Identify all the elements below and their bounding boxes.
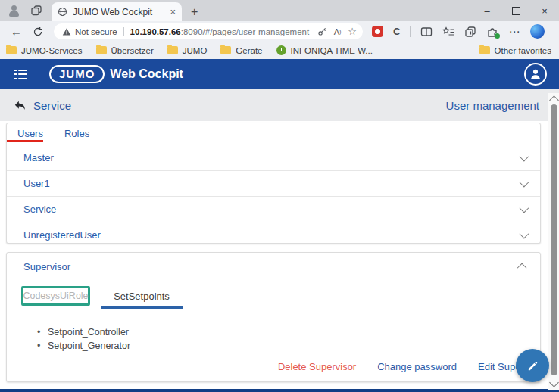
app-header: JUMO Web Cockpit xyxy=(0,59,559,89)
folder-icon xyxy=(167,46,178,54)
user-row-unregistereduser[interactable]: UnregisteredUser xyxy=(7,222,540,247)
menu-icon[interactable] xyxy=(14,70,27,79)
maximize-button[interactable] xyxy=(501,0,530,21)
back-icon[interactable]: ← xyxy=(11,25,22,38)
highlight-box: CodesysUiRole xyxy=(21,286,90,306)
bookmarks-bar: JUMO-Services Übersetzer JUMO Geräte INF… xyxy=(0,42,559,59)
split-screen-icon[interactable] xyxy=(420,26,433,38)
chevron-down-icon xyxy=(520,178,529,188)
user-row-service[interactable]: Service xyxy=(7,197,540,222)
setpoints-list: Setpoint_Controller Setpoint_Generator xyxy=(37,325,130,353)
not-secure-label[interactable]: Not secure xyxy=(75,27,117,36)
supervisor-card: Supervisor CodesysUiRole SetSetpoints Se… xyxy=(6,252,541,382)
collections-icon[interactable] xyxy=(464,26,476,38)
tab-title: JUMO Web Cockpit xyxy=(73,7,164,17)
settings-more-icon[interactable]: ⋯ xyxy=(508,25,520,39)
adblock-extension-icon[interactable] xyxy=(372,26,383,37)
pencil-icon xyxy=(526,359,539,372)
not-secure-warning-icon xyxy=(62,27,71,36)
service-bar: Service User management xyxy=(0,89,559,121)
other-favorites[interactable]: Other favorites xyxy=(479,46,551,55)
chevron-down-icon xyxy=(520,152,529,162)
folder-icon xyxy=(96,46,107,54)
bookmark-uebersetzer[interactable]: Übersetzer xyxy=(96,46,154,55)
user-row-user1[interactable]: User1 xyxy=(7,171,540,197)
chevron-up-icon xyxy=(517,263,527,273)
copilot-icon[interactable] xyxy=(530,24,545,39)
bookmark-infoniqa[interactable]: INFONIQA TIME W... xyxy=(276,45,373,55)
user-avatar-icon[interactable] xyxy=(524,63,547,86)
user-row-master[interactable]: Master xyxy=(7,145,540,171)
favorite-star-icon[interactable]: ☆ xyxy=(348,26,357,37)
active-subtab-underline xyxy=(101,306,183,309)
edit-fab-button[interactable] xyxy=(516,349,549,382)
clock-icon xyxy=(276,45,286,55)
browser-titlebar: JUMO Web Cockpit × + – × xyxy=(0,0,559,21)
tab-close-icon[interactable]: × xyxy=(170,6,176,17)
subtab-codesysuirole[interactable]: CodesysUiRole xyxy=(23,291,88,301)
extension-check-icon[interactable] xyxy=(486,26,498,38)
refresh-icon[interactable] xyxy=(33,26,43,37)
chevron-down-icon xyxy=(520,229,529,239)
service-back-label[interactable]: Service xyxy=(33,99,71,112)
user-row-supervisor[interactable]: Supervisor xyxy=(7,253,540,281)
minimize-button[interactable]: – xyxy=(473,0,501,21)
folder-icon xyxy=(6,46,17,54)
list-item: Setpoint_Generator xyxy=(37,339,130,353)
jumo-logo: JUMO xyxy=(49,65,105,83)
favorites-hub-icon[interactable] xyxy=(442,26,454,38)
bookmark-jumo[interactable]: JUMO xyxy=(167,46,208,55)
scroll-up-icon[interactable] xyxy=(549,95,559,105)
c-extension-icon[interactable]: C xyxy=(393,26,400,37)
window-bottom-edge xyxy=(0,389,559,392)
workspaces-icon[interactable] xyxy=(30,5,42,17)
browser-toolbar: ← Not secure 10.190.57.66:8090/#/pages/u… xyxy=(0,21,559,42)
list-item: Setpoint_Controller xyxy=(37,325,130,339)
tab-users[interactable]: Users xyxy=(17,128,43,141)
new-tab-button[interactable]: + xyxy=(191,5,198,19)
browser-tab[interactable]: JUMO Web Cockpit × xyxy=(52,2,182,21)
users-card: Users Roles Master User1 Service Unregis… xyxy=(6,123,541,244)
read-aloud-icon[interactable]: A) xyxy=(334,27,342,36)
active-tab-underline xyxy=(7,140,43,142)
folder-icon xyxy=(220,46,231,54)
delete-supervisor-button[interactable]: Delete Supervisor xyxy=(278,361,356,372)
address-bar[interactable]: Not secure 10.190.57.66:8090/#/pages/use… xyxy=(54,23,363,39)
tab-favicon-globe-icon xyxy=(58,7,67,17)
page-scrollbar[interactable] xyxy=(548,93,559,390)
app-title: Web Cockpit xyxy=(110,67,183,81)
tab-roles[interactable]: Roles xyxy=(64,128,89,141)
page-title: User management xyxy=(446,99,539,112)
back-arrow-icon[interactable] xyxy=(14,100,27,111)
folder-icon xyxy=(479,46,490,54)
subtab-setsetpoints[interactable]: SetSetpoints xyxy=(101,286,183,306)
chevron-down-icon xyxy=(520,204,529,213)
window-close-button[interactable]: × xyxy=(530,0,559,21)
bookmark-geraete[interactable]: Geräte xyxy=(220,46,262,55)
browser-profile-icon[interactable] xyxy=(8,5,20,17)
bookmark-jumo-services[interactable]: JUMO-Services xyxy=(6,46,83,55)
key-icon[interactable] xyxy=(317,26,327,36)
scrollbar-thumb[interactable] xyxy=(551,104,557,375)
change-password-button[interactable]: Change password xyxy=(377,361,457,372)
scroll-down-icon[interactable] xyxy=(549,378,559,387)
url-text[interactable]: 10.190.57.66:8090/#/pages/user-managemen… xyxy=(130,27,311,36)
